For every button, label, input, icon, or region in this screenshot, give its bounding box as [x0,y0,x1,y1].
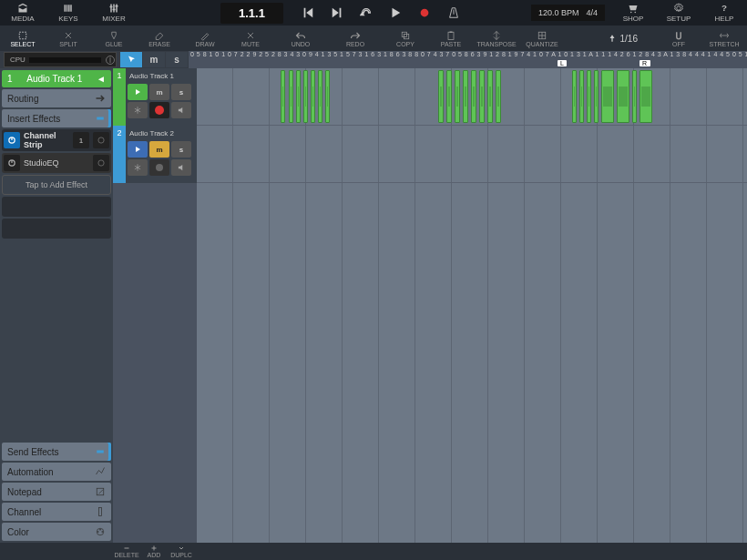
notepad-section[interactable]: Notepad [2,483,111,501]
audio-clip[interactable] [471,70,476,123]
erase-tool[interactable]: ERASE [137,25,182,51]
audio-clip[interactable] [455,70,460,123]
track-lane[interactable] [197,126,747,183]
record-enable-button[interactable] [149,159,169,176]
undo-button[interactable]: UNDO [273,25,328,51]
studio-eq-fx[interactable]: StudioEQ [2,153,111,173]
routing-section[interactable]: Routing [2,89,111,107]
freeze-button[interactable] [128,102,148,118]
add-effect-slot[interactable]: Tap to Add Effect [2,175,111,195]
audio-clip[interactable] [289,70,293,123]
audio-clip[interactable] [601,70,614,123]
glue-tool[interactable]: GLUE [91,25,137,51]
mute-tool[interactable]: MUTE [228,25,273,51]
record-icon[interactable] [418,6,431,19]
send-effects-section[interactable]: Send Effects [2,443,111,461]
track-row[interactable]: 2 Audio Track 2 m s [113,126,197,183]
delete-track-button[interactable]: DELETE [113,545,140,558]
mute-button[interactable]: m [149,141,169,158]
inspector-track-header[interactable]: 1 Audio Track 1 ◄ [2,70,111,87]
timeline-ruler[interactable]: 0 5 8 1 0 1 0 7 2 2 9 2 5 2 8 3 4 3 0 9 … [189,51,747,68]
track-name[interactable]: Audio Track 1 [128,70,195,82]
tempo-display[interactable]: 120.0 BPM4/4 [531,5,605,21]
audio-clip[interactable] [446,70,452,123]
loop-end-marker[interactable]: R [640,60,650,66]
audio-clip[interactable] [632,70,637,123]
freeze-button[interactable] [128,159,148,176]
setup-button[interactable]: SETUP [656,0,701,25]
power-icon[interactable] [4,155,20,171]
add-track-button[interactable]: ADD [140,545,168,558]
track-name[interactable]: Audio Track 2 [128,127,195,139]
redo-button[interactable]: REDO [328,25,383,51]
audio-clip[interactable] [281,70,285,123]
snap-off-button[interactable]: OFF [656,25,701,51]
audio-clip[interactable] [479,70,485,123]
audio-clip[interactable] [296,70,301,123]
goto-end-icon[interactable] [331,6,343,19]
power-icon[interactable] [4,132,20,148]
automation-section[interactable]: Automation [2,463,111,481]
audio-clip[interactable] [311,70,315,123]
audio-clip[interactable] [572,70,577,123]
speaker-button[interactable] [171,159,191,176]
goto-start-icon[interactable] [302,6,314,19]
duplicate-track-button[interactable]: DUPLC [168,545,195,558]
track-number[interactable]: 1 [113,68,126,126]
solo-button[interactable]: s [171,84,191,100]
audio-clip[interactable] [579,70,584,123]
record-enable-button[interactable] [149,102,169,118]
time-display[interactable]: 1.1.1 [220,3,283,24]
audio-clip[interactable] [463,70,468,123]
track-number[interactable]: 2 [113,126,126,183]
paste-button[interactable]: PASTE [428,25,474,51]
empty-fx-slot[interactable] [2,197,111,217]
play-icon[interactable] [389,6,402,19]
empty-fx-slot[interactable] [2,219,111,239]
split-tool[interactable]: SPLIT [46,25,91,51]
mixer-button[interactable]: MIXER [91,0,137,25]
audio-clip[interactable] [318,70,322,123]
color-section[interactable]: Color [2,523,111,541]
fx-edit-icon[interactable] [93,155,109,171]
audio-clip[interactable] [496,70,501,123]
audio-clip[interactable] [594,70,599,123]
audio-clip[interactable] [617,70,629,123]
stretch-button[interactable]: STRETCH [701,25,747,51]
keys-button[interactable]: KEYS [46,0,91,25]
media-button[interactable]: MEDIA [0,0,46,25]
draw-tool[interactable]: DRAW [182,25,228,51]
copy-button[interactable]: COPY [383,25,428,51]
audio-clip[interactable] [587,70,591,123]
audio-clip[interactable] [487,70,493,123]
channel-section[interactable]: Channel [2,503,111,521]
shop-button[interactable]: SHOP [610,0,656,25]
select-tool[interactable]: SELECT [0,25,46,51]
mute-button[interactable]: m [149,84,169,100]
loop-start-marker[interactable]: L [558,60,567,66]
audio-clip[interactable] [303,70,308,123]
cycle-icon[interactable] [360,6,373,19]
monitor-button[interactable] [128,84,148,100]
snap-value[interactable]: 1/16 [608,34,638,44]
insert-effects-section[interactable]: Insert Effects [2,109,111,127]
monitor-button[interactable] [128,141,148,158]
audio-clip[interactable] [640,70,652,123]
metronome-icon[interactable] [447,6,460,19]
speaker-button[interactable] [171,102,191,118]
fx-edit-icon[interactable] [93,132,109,148]
solo-s-tool[interactable]: s [166,52,188,67]
mute-m-tool[interactable]: m [143,52,165,67]
track-lane[interactable] [197,68,747,126]
quantize-button[interactable]: QUANTIZE [519,25,565,51]
audio-clip[interactable] [325,70,330,123]
audio-clip[interactable] [438,70,444,123]
track-row[interactable]: 1 Audio Track 1 m s [113,68,197,126]
transpose-button[interactable]: TRANSPOSE [474,25,519,51]
arrow-tool[interactable] [120,52,142,67]
solo-button[interactable]: s [171,141,191,158]
help-button[interactable]: ?HELP [701,0,747,25]
arrange-area[interactable] [197,68,747,543]
channel-strip-fx[interactable]: Channel Strip 1 [2,129,111,151]
svg-point-10 [421,9,429,17]
